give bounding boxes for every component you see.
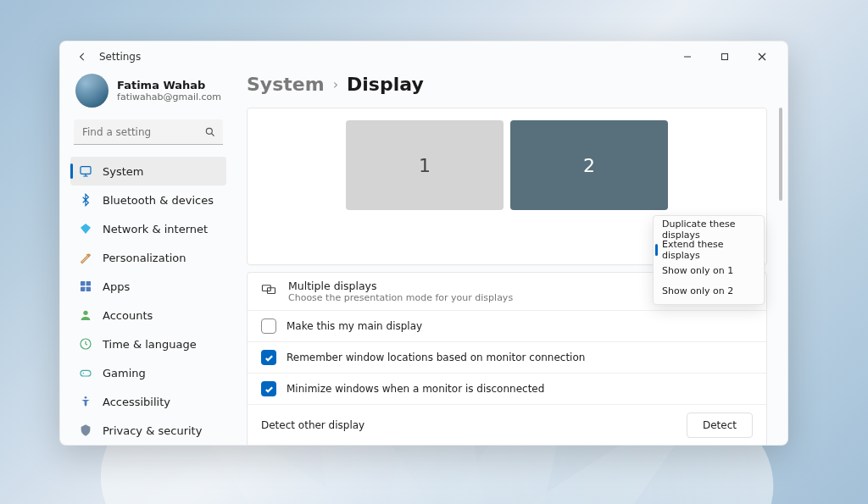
scrollbar[interactable]: [779, 108, 782, 445]
arrangement-actions: Identify Duplicate these displaysExtend …: [259, 224, 754, 249]
breadcrumb-current: Display: [347, 74, 424, 95]
svg-rect-5: [81, 287, 85, 291]
sidebar-item-label: Apps: [103, 280, 130, 293]
avatar: [75, 74, 108, 108]
display-arrangement-panel: 1 2 Identify Duplicate these displaysExt…: [247, 108, 767, 265]
back-button[interactable]: [70, 45, 94, 69]
detect-button[interactable]: Detect: [687, 413, 753, 438]
search-input[interactable]: [74, 119, 223, 145]
sidebar-item-label: System: [103, 165, 143, 178]
projection-dropdown: Duplicate these displaysExtend these dis…: [653, 215, 765, 305]
window-controls: [669, 45, 781, 69]
sidebar: Fatima Wahab fatiwahab@gmail.com SystemB…: [60, 72, 230, 445]
row-detect-display: Detect other display Detect: [248, 405, 766, 445]
accounts-icon: [79, 308, 92, 322]
projection-option[interactable]: Extend these displays: [654, 240, 764, 260]
breadcrumb-parent[interactable]: System: [247, 74, 325, 95]
titlebar: Settings: [60, 42, 787, 72]
accessibility-icon: [79, 395, 92, 408]
sidebar-item-label: Time & language: [103, 338, 197, 351]
svg-rect-9: [81, 370, 91, 376]
row-label: Remember window locations based on monit…: [287, 352, 585, 363]
row-minimize-on-disconnect[interactable]: Minimize windows when a monitor is disco…: [248, 374, 766, 405]
gaming-icon: [79, 366, 92, 379]
sidebar-item-label: Network & internet: [103, 223, 208, 235]
section-title: Multiple displays: [288, 280, 513, 292]
privacy-icon: [79, 424, 92, 437]
svg-rect-3: [81, 281, 85, 285]
sidebar-item-label: Privacy & security: [103, 424, 202, 437]
projection-option[interactable]: Duplicate these displays: [654, 219, 764, 240]
sidebar-item-label: Accounts: [103, 309, 153, 322]
sidebar-item-accessibility[interactable]: Accessibility: [70, 387, 226, 416]
system-icon: [79, 164, 92, 178]
time-icon: [79, 337, 92, 351]
sidebar-item-label: Gaming: [103, 367, 146, 379]
content-area: 1 2 Identify Duplicate these displaysExt…: [247, 107, 787, 445]
sidebar-item-privacy[interactable]: Privacy & security: [70, 416, 226, 445]
user-block[interactable]: Fatima Wahab fatiwahab@gmail.com: [70, 72, 226, 119]
row-label: Minimize windows when a monitor is disco…: [287, 383, 544, 395]
breadcrumb: System › Display: [247, 72, 787, 107]
sidebar-item-bluetooth[interactable]: Bluetooth & devices: [70, 186, 226, 214]
apps-icon: [79, 280, 92, 293]
row-label: Make this my main display: [287, 320, 422, 332]
projection-option[interactable]: Show only on 2: [654, 280, 764, 301]
svg-point-10: [85, 396, 87, 399]
app-title: Settings: [99, 51, 141, 63]
svg-point-7: [83, 311, 87, 315]
minimize-button[interactable]: [669, 45, 706, 69]
row-main-display[interactable]: Make this my main display: [248, 311, 766, 342]
svg-rect-0: [722, 54, 728, 60]
row-label: Detect other display: [261, 419, 676, 431]
projection-option[interactable]: Show only on 1: [654, 260, 764, 280]
monitor-row: 1 2: [259, 120, 754, 210]
sidebar-item-network[interactable]: Network & internet: [70, 214, 226, 243]
sidebar-item-time[interactable]: Time & language: [70, 330, 226, 358]
search-icon: [204, 125, 216, 141]
checkbox-remember-locations[interactable]: [261, 350, 276, 365]
checkbox-main-display[interactable]: [261, 318, 276, 334]
svg-rect-4: [86, 281, 91, 285]
svg-rect-2: [81, 167, 91, 174]
user-name: Fatima Wahab: [117, 79, 221, 91]
row-remember-locations[interactable]: Remember window locations based on monit…: [248, 342, 766, 374]
sidebar-item-accounts[interactable]: Accounts: [70, 301, 226, 330]
sidebar-item-system[interactable]: System: [70, 157, 226, 186]
close-button[interactable]: [743, 45, 781, 69]
monitor-1[interactable]: 1: [346, 120, 504, 210]
sidebar-item-label: Bluetooth & devices: [103, 194, 214, 207]
sidebar-item-apps[interactable]: Apps: [70, 272, 226, 301]
user-email: fatiwahab@gmail.com: [117, 91, 221, 102]
maximize-button[interactable]: [706, 45, 743, 69]
network-icon: [79, 222, 92, 235]
bluetooth-icon: [79, 193, 92, 207]
displays-icon: [261, 282, 276, 301]
nav: SystemBluetooth & devicesNetwork & inter…: [70, 157, 226, 445]
svg-rect-6: [86, 287, 91, 291]
personalization-icon: [79, 251, 92, 264]
settings-window: Settings Fatima Wahab fatiwahab@gmail.co…: [59, 41, 788, 446]
main: System › Display 1 2 Identify Duplicate …: [230, 72, 787, 445]
checkbox-minimize-on-disconnect[interactable]: [261, 381, 276, 396]
svg-point-1: [206, 128, 212, 134]
sidebar-item-label: Personalization: [103, 252, 186, 264]
sidebar-item-personalization[interactable]: Personalization: [70, 243, 226, 272]
chevron-right-icon: ›: [333, 76, 338, 92]
monitor-2[interactable]: 2: [510, 120, 668, 210]
sidebar-item-label: Accessibility: [103, 396, 170, 408]
sidebar-item-gaming[interactable]: Gaming: [70, 358, 226, 387]
section-subtitle: Choose the presentation mode for your di…: [288, 292, 513, 303]
search-box: [74, 119, 223, 145]
